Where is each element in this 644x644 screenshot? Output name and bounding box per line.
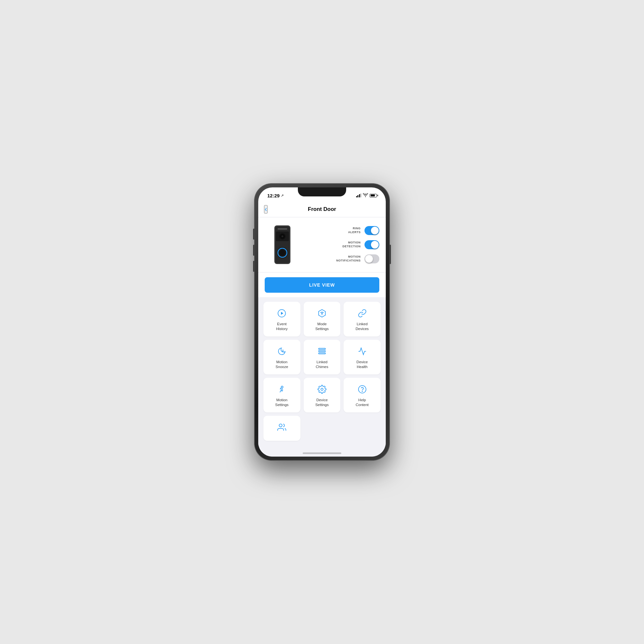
shared-users-icon [277,422,287,432]
device-image [265,224,300,266]
grid-section: EventHistory ModeSettings [258,298,386,445]
svg-point-9 [279,250,285,256]
linked-devices-icon [357,308,367,318]
event-history-label: EventHistory [276,322,288,331]
help-content-label: HelpContent [356,398,369,407]
svg-rect-16 [318,351,325,352]
phone-frame: 12:29 ↗ [254,184,390,460]
feature-grid: EventHistory ModeSettings [263,302,381,441]
location-icon: ↗ [281,194,284,198]
motion-snooze-label: MotionSnooze [276,360,288,369]
svg-rect-17 [318,353,325,354]
device-settings-label: DeviceSettings [315,398,329,407]
battery-icon [370,194,377,197]
svg-rect-2 [278,228,287,230]
svg-point-18 [281,386,283,388]
motion-notifications-label: MOTIONNOTIFICATIONS [336,255,361,262]
linked-chimes-label: LinkedChimes [316,360,328,369]
device-health-icon [357,346,367,356]
phone-notch [298,187,346,196]
wifi-icon [363,193,368,198]
svg-point-19 [321,388,323,390]
live-view-section: LIVE VIEW [258,273,386,297]
svg-marker-12 [281,312,283,315]
mode-settings-icon [317,308,327,318]
motion-settings-icon [277,384,287,394]
page-header: ‹ Front Door [258,202,386,217]
device-health-label: DeviceHealth [356,360,368,369]
device-settings-icon [317,384,327,394]
signal-icon [356,194,362,197]
linked-devices-item[interactable]: LinkedDevices [344,302,381,336]
linked-devices-label: LinkedDevices [355,322,369,331]
live-view-button[interactable]: LIVE VIEW [265,277,379,293]
ring-alerts-toggle[interactable] [365,226,379,235]
page-title: Front Door [308,206,336,213]
motion-notifications-toggle[interactable] [365,254,379,263]
motion-notifications-row: MOTIONNOTIFICATIONS [307,254,379,263]
toggle-section: RINGALERTS MOTIONDETECTION M [307,226,379,263]
motion-settings-item[interactable]: MotionSettings [263,378,300,412]
home-indicator [303,452,341,454]
svg-point-20 [358,385,366,393]
shared-users-item[interactable] [263,416,300,441]
motion-settings-label: MotionSettings [275,398,289,407]
doorbell-svg [270,224,295,266]
svg-point-6 [281,235,283,237]
device-section: RINGALERTS MOTIONDETECTION M [258,217,386,272]
ring-alerts-row: RINGALERTS [307,226,379,235]
mode-settings-label: ModeSettings [315,322,329,331]
event-history-icon [277,308,287,318]
help-content-icon [357,384,367,394]
linked-chimes-item[interactable]: LinkedChimes [304,340,341,374]
motion-detection-row: MOTIONDETECTION [307,240,379,249]
back-button[interactable]: ‹ [264,205,268,213]
phone-screen: 12:29 ↗ [258,187,386,457]
device-settings-item[interactable]: DeviceSettings [304,378,341,412]
motion-snooze-icon [277,346,287,356]
status-icons [356,193,377,198]
motion-snooze-item[interactable]: MotionSnooze [263,340,300,374]
status-time: 12:29 [267,193,279,198]
linked-chimes-icon [317,346,327,356]
mode-settings-item[interactable]: ModeSettings [304,302,341,336]
screen-content: ‹ Front Door [258,202,386,457]
event-history-item[interactable]: EventHistory [263,302,300,336]
ring-alerts-label: RINGALERTS [348,227,361,234]
svg-point-22 [279,424,282,427]
motion-detection-toggle[interactable] [365,240,379,249]
device-health-item[interactable]: DeviceHealth [344,340,381,374]
svg-rect-15 [318,348,325,350]
help-content-item[interactable]: HelpContent [344,378,381,412]
motion-detection-label: MOTIONDETECTION [342,241,361,248]
